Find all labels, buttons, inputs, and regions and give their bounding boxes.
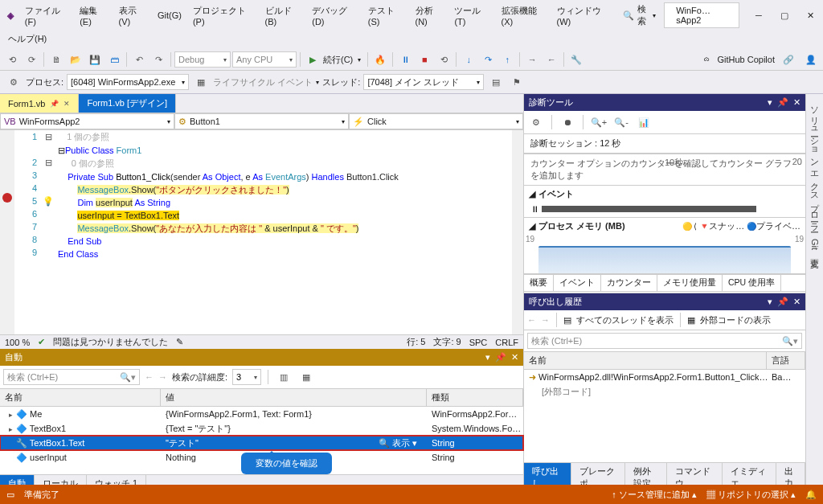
breakpoint-margin[interactable] bbox=[0, 130, 14, 334]
save-icon[interactable]: 💾 bbox=[86, 51, 104, 68]
nav-namespace[interactable]: VBWinFormsApp2▾ bbox=[0, 113, 174, 129]
menu-build[interactable]: ビルド(B) bbox=[260, 2, 306, 29]
callstack-search[interactable]: 検索 (Ctrl+E)🔍▾ bbox=[527, 333, 802, 349]
close-icon[interactable]: ✕ bbox=[793, 297, 800, 307]
step-out-icon[interactable]: ↑ bbox=[498, 51, 516, 68]
hot-reload-icon[interactable]: 🔥 bbox=[371, 51, 389, 68]
proc-settings-icon[interactable]: ⚙ bbox=[5, 73, 23, 91]
col-value[interactable]: 値 bbox=[161, 389, 427, 406]
breakpoint-icon[interactable] bbox=[2, 193, 12, 203]
step-over-icon[interactable]: ↷ bbox=[479, 51, 497, 68]
lifecycle-label[interactable]: ライフサイクル イベント bbox=[213, 76, 313, 88]
menu-debug[interactable]: デバッグ(D) bbox=[307, 2, 362, 29]
menu-view[interactable]: 表示(V) bbox=[114, 2, 151, 29]
col-type[interactable]: 種類 bbox=[427, 389, 523, 406]
autos-search[interactable]: 検索 (Ctrl+E)🔍▾ bbox=[3, 369, 140, 385]
step-into-icon[interactable]: ↓ bbox=[460, 51, 477, 68]
dropdown-icon[interactable]: ▾ bbox=[768, 297, 772, 307]
stack-icon[interactable]: ▤ bbox=[487, 73, 505, 91]
menu-test[interactable]: テスト(S) bbox=[363, 2, 409, 29]
fwd-icon[interactable]: ⟳ bbox=[23, 51, 40, 68]
pin-icon[interactable]: 📌 bbox=[50, 100, 59, 108]
depth-spinner[interactable]: 3 bbox=[232, 369, 261, 385]
menu-tools[interactable]: ツール(T) bbox=[449, 2, 494, 29]
chart-icon[interactable]: 📊 bbox=[635, 113, 653, 131]
diag-tab-events[interactable]: イベント bbox=[554, 275, 601, 291]
diag-tab-summary[interactable]: 概要 bbox=[524, 275, 554, 291]
close-icon[interactable]: ✕ bbox=[511, 352, 518, 363]
fold-margin[interactable]: ⊟⊟💡 bbox=[42, 130, 55, 334]
threads-icon[interactable]: ▤ bbox=[563, 315, 571, 326]
saveall-icon[interactable]: 🗃 bbox=[105, 51, 123, 68]
callstack-row[interactable]: ➜ WinFormsApp2.dll!WinFormsApp2.Form1.Bu… bbox=[524, 370, 805, 384]
autos-title[interactable]: 自動 ▾📌✕ bbox=[0, 349, 523, 366]
scm-button[interactable]: ↑ ソース管理に追加 ▴ bbox=[612, 489, 697, 501]
dropdown-icon[interactable]: ▾ bbox=[485, 352, 490, 363]
git-changes-tab[interactable]: Git 変更 bbox=[809, 239, 821, 252]
config-dropdown[interactable]: Debug bbox=[174, 51, 231, 68]
callstack-row[interactable]: [外部コード] bbox=[524, 384, 805, 399]
continue-button[interactable]: ▶ bbox=[304, 51, 321, 68]
copilot-label[interactable]: GitHub Copilot bbox=[717, 55, 775, 64]
overview-ruler[interactable] bbox=[512, 130, 523, 334]
close-button[interactable]: ✕ bbox=[800, 7, 820, 24]
account-icon[interactable]: 👤 bbox=[802, 51, 820, 68]
nav-event[interactable]: ⚡Click▾ bbox=[349, 113, 523, 129]
open-icon[interactable]: 📂 bbox=[67, 51, 84, 68]
diag-tab-cpu[interactable]: CPU 使用率 bbox=[723, 275, 781, 291]
diag-timeline[interactable]: 10秒20 bbox=[524, 154, 805, 154]
continue-label[interactable]: 続行(C) bbox=[323, 54, 353, 66]
nav-member[interactable]: ⚙Button1▾ bbox=[174, 113, 349, 129]
collapse-icon[interactable]: ◢ bbox=[529, 221, 535, 232]
repo-button[interactable]: ▦ リポジトリの選択 ▴ bbox=[706, 489, 796, 501]
search-box[interactable]: 🔍検索▾ bbox=[618, 2, 661, 29]
bell-icon[interactable]: 🔔 bbox=[805, 490, 817, 500]
copilot-icon[interactable]: ᯅ bbox=[703, 55, 712, 64]
lifecycle-icon[interactable]: ▦ bbox=[192, 73, 210, 91]
share-icon[interactable]: 🔗 bbox=[780, 51, 797, 68]
break-icon[interactable]: ⏸ bbox=[396, 51, 414, 68]
autos-tool-icon[interactable]: ▥ bbox=[275, 368, 293, 386]
memory-chart[interactable]: 19 19 bbox=[524, 235, 805, 273]
code-editor[interactable]: 123456789 ⊟⊟💡 1 個の参照 ⊟Public Class Form1… bbox=[0, 130, 523, 334]
search-icon[interactable]: 🔍▾ bbox=[782, 336, 798, 346]
solution-explorer-tab[interactable]: ソリューション エクスプローラー bbox=[809, 100, 821, 227]
tab-form1-vb[interactable]: Form1.vb📌✕ bbox=[0, 94, 79, 113]
max-button[interactable]: ▢ bbox=[775, 7, 794, 24]
nav-fwd-icon[interactable]: → bbox=[541, 315, 550, 325]
menu-project[interactable]: プロジェクト(P) bbox=[188, 2, 259, 29]
platform-dropdown[interactable]: Any CPU bbox=[232, 51, 297, 68]
process-dropdown[interactable]: [6048] WinFormsApp2.exe bbox=[67, 74, 189, 90]
collapse-icon[interactable]: ◢ bbox=[529, 189, 535, 199]
menu-git[interactable]: Git(G) bbox=[153, 8, 186, 23]
autos-row[interactable]: ▸🔷 TextBox1{Text = "テスト"}System.Windows.… bbox=[0, 421, 523, 436]
tab-form1-design[interactable]: Form1.vb [デザイン] bbox=[79, 94, 176, 113]
close-tab-icon[interactable]: ✕ bbox=[63, 100, 70, 108]
nav-back-icon[interactable]: ← bbox=[527, 315, 536, 325]
pin-icon[interactable]: 📌 bbox=[495, 352, 506, 363]
prev-icon[interactable]: ← bbox=[543, 51, 560, 68]
extcode-btn[interactable]: 外部コードの表示 bbox=[700, 314, 771, 326]
menu-file[interactable]: ファイル(F) bbox=[20, 2, 73, 29]
back-icon[interactable]: ⟲ bbox=[3, 51, 21, 68]
menu-edit[interactable]: 編集(E) bbox=[75, 2, 112, 29]
new-icon[interactable]: 🗎 bbox=[47, 51, 65, 68]
brush-icon[interactable]: ✎ bbox=[176, 337, 183, 347]
record-icon[interactable]: ⏺ bbox=[559, 113, 576, 131]
show-next-icon[interactable]: → bbox=[523, 51, 541, 68]
search-icon[interactable]: 🔍▾ bbox=[120, 372, 136, 383]
zoom-in-icon[interactable]: 🔍+ bbox=[590, 113, 608, 131]
autos-tool-icon2[interactable]: ▦ bbox=[297, 368, 315, 386]
autos-row[interactable]: ▸🔷 Me{WinFormsApp2.Form1, Text: Form1}Wi… bbox=[0, 407, 523, 421]
thread-dropdown[interactable]: [7048] メイン スレッド bbox=[363, 74, 484, 90]
menu-window[interactable]: ウィンドウ(W) bbox=[552, 2, 616, 29]
pin-icon[interactable]: 📌 bbox=[777, 297, 788, 307]
redo-icon[interactable]: ↷ bbox=[149, 51, 167, 68]
menu-help[interactable]: ヘルプ(H) bbox=[3, 31, 51, 47]
autos-row-selected[interactable]: 🔧 TextBox1.Text"テスト"🔍 表示 ▾String bbox=[0, 436, 523, 450]
flag-icon[interactable]: ⚑ bbox=[508, 73, 526, 91]
restart-icon[interactable]: ⟲ bbox=[435, 51, 452, 68]
menu-ext[interactable]: 拡張機能(X) bbox=[497, 2, 551, 29]
allthreads-btn[interactable]: すべてのスレッドを表示 bbox=[576, 314, 674, 326]
extcode-icon[interactable]: ▦ bbox=[687, 315, 695, 326]
